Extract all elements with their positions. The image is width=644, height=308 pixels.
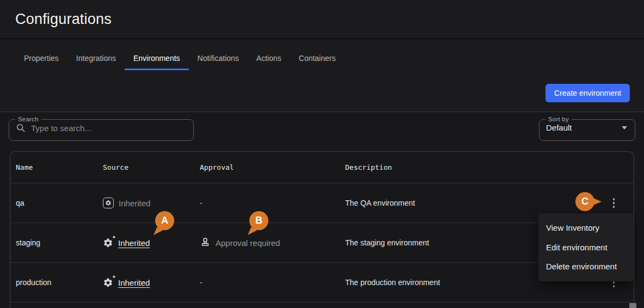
annotation-letter: C — [581, 196, 588, 207]
stamp-icon — [200, 237, 211, 249]
source-inherited-link[interactable]: Inherited — [118, 278, 150, 287]
sort-by-label: Sort by — [545, 116, 572, 122]
tab-integrations[interactable]: Integrations — [68, 48, 125, 70]
tab-bar: Properties Integrations Environments Not… — [15, 48, 344, 70]
column-header-name: Name — [16, 163, 103, 171]
column-header-description: Description — [345, 163, 594, 171]
tab-properties[interactable]: Properties — [15, 48, 68, 70]
menu-item-view-inventory[interactable]: View Inventory — [538, 218, 634, 238]
gear-sparkle-icon: ✦ — [103, 278, 113, 288]
env-name: production — [16, 278, 103, 287]
source-inherited-link[interactable]: Inherited — [118, 238, 150, 248]
scrollbar-corner[interactable] — [629, 303, 636, 308]
search-icon — [16, 123, 26, 133]
annotation-badge-c: C — [575, 192, 594, 211]
source-value: Inherited — [119, 199, 150, 208]
menu-item-delete-environment[interactable]: Delete environment — [538, 257, 634, 276]
approval-value: - — [200, 278, 345, 287]
annotation-letter: B — [255, 215, 262, 226]
column-header-approval: Approval — [200, 163, 345, 171]
search-input[interactable] — [31, 124, 187, 133]
env-description: The QA environment — [345, 199, 594, 207]
tab-section: Properties Integrations Environments Not… — [0, 40, 644, 112]
approval-value: Approval required — [216, 238, 280, 248]
table-header-row: Name Source Approval Description — [10, 152, 634, 183]
menu-item-edit-environment[interactable]: Edit environment — [538, 238, 634, 257]
create-environment-button[interactable]: Create environment — [545, 84, 630, 102]
page-title: Configurations — [15, 11, 112, 28]
top-bar: Configurations — [0, 0, 644, 39]
annotation-letter: A — [161, 215, 168, 226]
search-field-label: Search — [15, 116, 41, 122]
annotation-badge-b: B — [249, 211, 268, 230]
tab-environments[interactable]: Environments — [125, 48, 189, 70]
env-name: staging — [16, 238, 103, 247]
approval-value: - — [200, 199, 345, 207]
search-field[interactable]: Search — [9, 116, 194, 141]
env-name: qa — [16, 199, 103, 207]
annotation-badge-a: A — [155, 211, 174, 230]
sort-by-value: Default — [546, 123, 616, 132]
sort-by-select[interactable]: Sort by Default — [539, 116, 635, 141]
gear-box-icon — [103, 198, 114, 208]
column-header-source: Source — [103, 163, 200, 171]
tab-notifications[interactable]: Notifications — [189, 48, 248, 70]
row-context-menu: View Inventory Edit environment Delete e… — [538, 213, 634, 281]
kebab-icon[interactable] — [607, 195, 621, 211]
configurations-page: Configurations Properties Integrations E… — [0, 0, 644, 308]
gear-sparkle-icon: ✦ — [103, 238, 113, 248]
caret-down-icon — [622, 126, 627, 130]
tab-actions[interactable]: Actions — [248, 48, 290, 70]
tab-containers[interactable]: Containers — [290, 48, 345, 70]
